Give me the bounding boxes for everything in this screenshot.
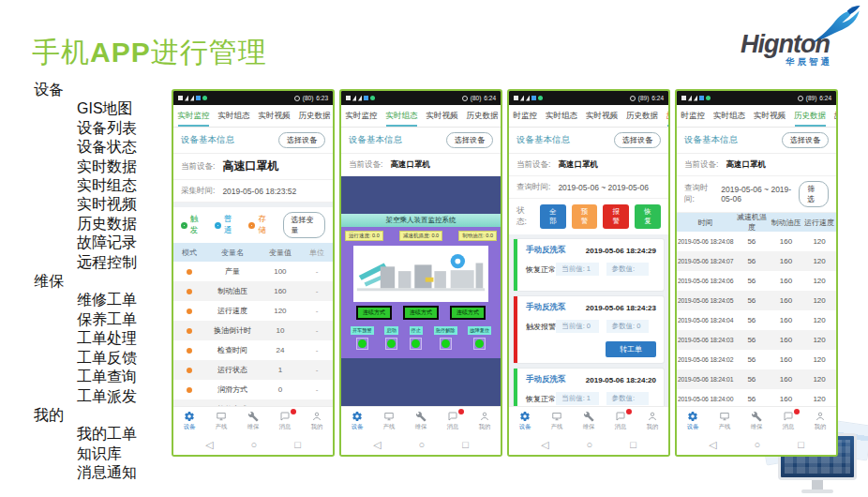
history-row[interactable]: 2019-05-06 18:24:03 56 160 120 bbox=[677, 330, 836, 350]
tab-realtime-video[interactable]: 实时视频 bbox=[422, 105, 462, 127]
control-lamp[interactable]: 开车预警 bbox=[351, 326, 374, 350]
lamp-button[interactable] bbox=[440, 338, 452, 350]
nav-item-line[interactable]: 产线 bbox=[709, 411, 741, 431]
tab-realtime-monitor[interactable]: 实时监控 bbox=[173, 105, 214, 127]
nav-item-mine[interactable]: 我的 bbox=[469, 411, 501, 431]
state-filter-button[interactable]: 报警 bbox=[603, 204, 629, 229]
back-button[interactable]: ◁ bbox=[205, 439, 213, 451]
nav-item-mine[interactable]: 我的 bbox=[301, 411, 333, 431]
recent-button[interactable]: □ bbox=[294, 439, 301, 450]
lamp-button[interactable] bbox=[473, 338, 486, 350]
variable-row[interactable]: 检修方式 0 - bbox=[173, 399, 333, 406]
tab-realtime-config[interactable]: 实时组态 bbox=[214, 105, 254, 127]
nav-item-maintenance[interactable]: 维保 bbox=[573, 411, 605, 431]
home-button[interactable]: ○ bbox=[251, 439, 258, 450]
nav-item-mine[interactable]: 我的 bbox=[636, 411, 668, 431]
lamp-button[interactable] bbox=[356, 338, 368, 350]
recent-button[interactable]: □ bbox=[798, 439, 804, 450]
history-row[interactable]: 2019-05-06 18:24:02 56 160 120 bbox=[677, 350, 836, 369]
tab-realtime-config[interactable]: 实时组态 bbox=[710, 105, 750, 127]
back-button[interactable]: ◁ bbox=[373, 439, 381, 451]
to-workorder-button[interactable]: 转工单 bbox=[606, 341, 656, 357]
home-button[interactable]: ○ bbox=[755, 439, 761, 450]
query-time-row[interactable]: 查询时间: 2019-05-06 ~ 2019-05-06 bbox=[509, 176, 668, 199]
state-filter-button[interactable]: 全部 bbox=[540, 204, 566, 229]
nav-item-messages[interactable]: 消息 bbox=[437, 411, 469, 431]
query-time-row[interactable]: 查询时间: 2019-05-06 ~ 2019-05-06 筛选 bbox=[677, 176, 836, 213]
select-device-button[interactable]: 选择设备 bbox=[614, 132, 661, 148]
recent-button[interactable]: □ bbox=[462, 439, 469, 450]
fault-card[interactable]: 手动反洗泵 2019-05-06 18:24:29 恢复正常 当前值: 1 参数… bbox=[514, 239, 664, 291]
nav-item-device[interactable]: 设备 bbox=[677, 411, 709, 431]
back-button[interactable]: ◁ bbox=[541, 439, 548, 451]
legend-trigger[interactable]: 触发 bbox=[181, 214, 202, 236]
fault-card[interactable]: 手动反洗泵 2019-05-06 18:24:23 触发报警 当前值: 0 参数… bbox=[514, 296, 664, 363]
tab-realtime-config[interactable]: 实时组态 bbox=[382, 105, 422, 127]
nav-item-messages[interactable]: 消息 bbox=[605, 411, 636, 431]
tab-realtime-monitor[interactable]: 时监控 bbox=[509, 105, 542, 127]
variable-row[interactable]: 制动油压 160 - bbox=[173, 281, 333, 301]
tab-fault-record[interactable]: 故障记录 bbox=[831, 105, 837, 127]
select-device-button[interactable]: 选择设备 bbox=[782, 132, 829, 148]
recent-button[interactable]: □ bbox=[630, 439, 636, 450]
nav-item-device[interactable]: 设备 bbox=[341, 411, 373, 431]
nav-item-line[interactable]: 产线 bbox=[205, 411, 237, 431]
variable-row[interactable]: 产量 100 - bbox=[173, 262, 333, 281]
history-row[interactable]: 2019-05-06 18:24:01 56 160 120 bbox=[677, 369, 836, 389]
tab-realtime-video[interactable]: 实时视频 bbox=[750, 105, 790, 127]
control-lamp[interactable]: 故障复位 bbox=[468, 326, 491, 350]
nav-item-messages[interactable]: 消息 bbox=[269, 411, 301, 431]
nav-item-maintenance[interactable]: 维保 bbox=[741, 411, 772, 431]
filter-button[interactable]: 筛选 bbox=[799, 181, 829, 207]
control-lamp[interactable]: 停止 bbox=[410, 326, 423, 350]
history-row[interactable]: 2019-05-06 18:24:05 56 160 120 bbox=[677, 291, 836, 310]
mode-button[interactable]: 连续方式 bbox=[356, 306, 392, 320]
lamp-button[interactable] bbox=[385, 338, 397, 350]
tab-fault-record[interactable]: 故障记录 bbox=[663, 105, 669, 127]
nav-item-line[interactable]: 产线 bbox=[541, 411, 573, 431]
nav-item-maintenance[interactable]: 维保 bbox=[405, 411, 437, 431]
tab-realtime-video[interactable]: 实时视频 bbox=[254, 105, 294, 127]
history-row[interactable]: 2019-05-06 18:24:07 56 160 120 bbox=[677, 251, 836, 271]
history-row[interactable]: 2019-05-06 18:24:04 56 160 120 bbox=[677, 310, 836, 330]
variable-row[interactable]: 运行速度 120 - bbox=[173, 301, 333, 321]
select-device-button[interactable]: 选择设备 bbox=[278, 132, 325, 148]
nav-item-messages[interactable]: 消息 bbox=[772, 411, 804, 431]
history-row[interactable]: 2019-05-06 18:24:06 56 160 120 bbox=[677, 271, 836, 291]
tab-history-data[interactable]: 历史数据 bbox=[790, 105, 831, 127]
tab-history-data[interactable]: 历史数据 bbox=[622, 105, 663, 127]
home-button[interactable]: ○ bbox=[419, 439, 426, 450]
tab-realtime-video[interactable]: 实时视频 bbox=[582, 105, 622, 127]
tab-history-data[interactable]: 历史数据 bbox=[294, 105, 333, 127]
tab-realtime-config[interactable]: 实时组态 bbox=[542, 105, 582, 127]
nav-item-maintenance[interactable]: 维保 bbox=[237, 411, 269, 431]
tab-history-data[interactable]: 历史数据 bbox=[462, 105, 501, 127]
select-variable-button[interactable]: 选择变量 bbox=[283, 212, 325, 238]
select-device-button[interactable]: 选择设备 bbox=[446, 132, 493, 148]
nav-item-device[interactable]: 设备 bbox=[173, 411, 205, 431]
control-lamp[interactable]: 启动 bbox=[384, 326, 397, 350]
variable-row[interactable]: 检查时间 24 - bbox=[173, 340, 333, 360]
variable-row[interactable]: 换油倒计时 10 - bbox=[173, 321, 333, 340]
history-row[interactable]: 2019-05-06 18:24:08 56 160 120 bbox=[677, 232, 836, 251]
mode-button[interactable]: 连续方式 bbox=[450, 306, 486, 320]
tab-realtime-monitor[interactable]: 时监控 bbox=[677, 105, 710, 127]
nav-item-mine[interactable]: 我的 bbox=[804, 411, 836, 431]
variable-row[interactable]: 运行状态 1 - bbox=[173, 360, 333, 380]
back-button[interactable]: ◁ bbox=[709, 439, 716, 451]
home-button[interactable]: ○ bbox=[587, 439, 593, 450]
state-filter-button[interactable]: 恢复 bbox=[635, 204, 661, 229]
nav-item-line[interactable]: 产线 bbox=[373, 411, 405, 431]
state-filter-button[interactable]: 预警 bbox=[572, 204, 598, 229]
control-lamp[interactable]: 急停解除 bbox=[434, 326, 457, 350]
lamp-button[interactable] bbox=[410, 338, 422, 350]
history-row[interactable]: 2019-05-06 18:24:00 56 160 120 bbox=[677, 389, 836, 406]
mode-button[interactable]: 连续方式 bbox=[403, 306, 439, 320]
fault-card[interactable]: 手动反洗泵 2019-05-06 18:24:20 恢复正常 当前值: 1 参数… bbox=[514, 369, 664, 406]
legend-store[interactable]: 存储 bbox=[248, 214, 270, 236]
variable-row[interactable]: 润滑方式 0 - bbox=[173, 380, 333, 399]
nav-label: 消息 bbox=[279, 423, 292, 431]
tab-realtime-monitor[interactable]: 实时监控 bbox=[341, 105, 382, 127]
legend-normal[interactable]: 普通 bbox=[215, 214, 236, 236]
nav-item-device[interactable]: 设备 bbox=[509, 411, 541, 431]
